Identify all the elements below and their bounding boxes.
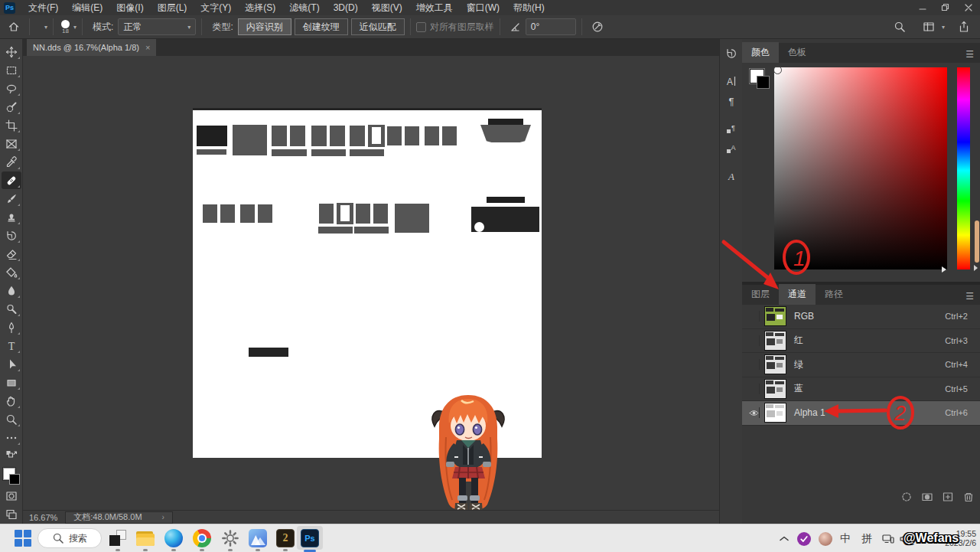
saturation-brightness-field[interactable] — [774, 67, 947, 269]
quick-selection-tool[interactable] — [2, 98, 21, 116]
frame-tool[interactable] — [2, 135, 21, 152]
menu-item[interactable]: 帮助(H) — [506, 0, 552, 15]
hand-tool[interactable] — [2, 392, 21, 410]
close-icon[interactable] — [957, 0, 980, 15]
save-selection-as-channel-icon[interactable] — [920, 490, 934, 504]
background-color-swatch[interactable] — [757, 76, 770, 89]
visibility-toggle[interactable] — [748, 311, 760, 322]
eyedropper-tool[interactable] — [2, 153, 21, 171]
delete-channel-icon[interactable] — [962, 490, 975, 504]
share-icon[interactable] — [958, 21, 970, 33]
menu-item[interactable]: 视图(V) — [365, 0, 409, 15]
tab-swatches[interactable]: 色板 — [779, 42, 816, 63]
menu-item[interactable]: 选择(S) — [238, 0, 282, 15]
sharex-app[interactable] — [107, 528, 129, 549]
channel-row-Alpha 1[interactable]: Alpha 1Ctrl+6 — [742, 401, 980, 426]
workspace-icon[interactable] — [923, 21, 935, 33]
history-brush-tool[interactable] — [2, 227, 21, 244]
angle-input[interactable]: 0° — [526, 18, 576, 35]
eraser-tool[interactable] — [2, 245, 21, 263]
rectangular-marquee-tool[interactable] — [2, 61, 21, 79]
hue-strip[interactable] — [957, 67, 970, 269]
document-tab[interactable]: NN.dds @ 16.7%(Alpha 1/8) × — [27, 38, 156, 56]
tab-color[interactable]: 颜色 — [742, 42, 779, 63]
history-panel-icon[interactable] — [721, 44, 741, 63]
chevron-down-icon[interactable]: ▾ — [942, 24, 945, 31]
edit-toolbar[interactable] — [2, 429, 21, 446]
channel-row-红[interactable]: 红Ctrl+3 — [742, 329, 980, 354]
v-app-icon[interactable] — [796, 531, 812, 547]
paragraph-styles-panel-icon[interactable]: A — [721, 139, 741, 158]
menu-item[interactable]: 窗口(W) — [460, 0, 506, 15]
menu-item[interactable]: 图层(L) — [151, 0, 194, 15]
background-color-swatch[interactable] — [9, 474, 20, 485]
channel-row-蓝[interactable]: 蓝Ctrl+5 — [742, 377, 980, 402]
screen-mode-button[interactable] — [2, 505, 21, 523]
menu-item[interactable]: 文字(Y) — [194, 0, 238, 15]
panel-menu-icon[interactable]: ☰ — [965, 49, 974, 60]
zoom-level-field[interactable]: 16.67% — [23, 513, 65, 522]
hue-slider-arrow[interactable] — [942, 266, 946, 273]
start-button[interactable] — [12, 528, 34, 549]
pen-tool[interactable] — [2, 318, 21, 336]
file-explorer[interactable] — [135, 528, 156, 549]
crop-tool[interactable] — [2, 116, 21, 134]
paint-bucket-tool[interactable] — [2, 263, 21, 281]
scrollbar-thumb[interactable] — [975, 220, 979, 263]
eye-icon[interactable] — [748, 407, 760, 418]
type-option-创建纹理[interactable]: 创建纹理 — [295, 18, 348, 35]
menu-item[interactable]: 图像(I) — [109, 0, 150, 15]
settings-app[interactable] — [220, 528, 241, 549]
quick-mask-button[interactable] — [2, 488, 21, 505]
tab-channels[interactable]: 通道 — [779, 284, 816, 305]
type-option-近似匹配[interactable]: 近似匹配 — [351, 18, 405, 35]
visibility-toggle[interactable] — [748, 384, 760, 394]
game-app[interactable]: 2 — [275, 528, 296, 549]
tray-expand-icon[interactable] — [776, 531, 793, 547]
blur-tool[interactable] — [2, 282, 21, 299]
search-icon[interactable] — [894, 21, 906, 33]
chrome-browser[interactable] — [191, 528, 213, 549]
load-selection-icon[interactable] — [900, 490, 913, 504]
status-chevron-icon[interactable]: › — [162, 513, 164, 521]
character-styles-panel-icon[interactable]: ¶ — [721, 119, 741, 138]
paragraph-panel-icon[interactable]: ¶ — [721, 92, 741, 110]
ime-pinyin[interactable]: 拼 — [858, 531, 875, 547]
brush-size-picker[interactable]: 18 — [61, 20, 70, 34]
restore-icon[interactable] — [934, 0, 957, 15]
photos-app[interactable] — [247, 528, 269, 549]
minimize-icon[interactable] — [911, 0, 934, 15]
chevron-down-icon[interactable]: ▾ — [73, 24, 77, 31]
type-tool[interactable]: T — [2, 337, 21, 354]
type-option-内容识别[interactable]: 内容识别 — [238, 18, 291, 35]
sample-all-layers-checkbox[interactable] — [416, 22, 426, 32]
tab-layers[interactable]: 图层 — [742, 284, 779, 305]
ime-chinese[interactable]: 中 — [837, 531, 854, 547]
visibility-toggle[interactable] — [748, 359, 760, 370]
shape-tool[interactable] — [2, 374, 21, 391]
zoom-tool[interactable] — [2, 410, 21, 428]
menu-item[interactable]: 编辑(E) — [65, 0, 109, 15]
path-selection-tool[interactable] — [2, 355, 21, 373]
menu-item[interactable]: 滤镜(T) — [282, 0, 326, 15]
swap-colors-icon[interactable] — [2, 447, 21, 465]
channel-row-绿[interactable]: 绿Ctrl+4 — [742, 353, 980, 377]
menu-item[interactable]: 3D(D) — [327, 0, 365, 15]
dodge-tool[interactable] — [2, 300, 21, 318]
channel-row-RGB[interactable]: RGBCtrl+2 — [742, 305, 980, 329]
new-channel-icon[interactable] — [941, 490, 955, 504]
edge-browser[interactable] — [163, 528, 184, 549]
visibility-toggle[interactable] — [748, 335, 760, 346]
character-panel-icon[interactable]: A — [721, 72, 741, 90]
search-box[interactable]: 搜索 — [37, 528, 102, 548]
glyphs-panel-icon[interactable]: A — [721, 167, 741, 185]
clone-stamp-tool[interactable] — [2, 208, 21, 226]
cast-icon[interactable] — [880, 531, 897, 547]
menu-item[interactable]: 文件(F) — [21, 0, 65, 15]
tab-paths[interactable]: 路径 — [816, 284, 852, 305]
panel-foreground-background-swatches[interactable] — [750, 69, 770, 89]
spot-healing-brush-tool[interactable] — [2, 171, 21, 189]
menu-item[interactable]: 增效工具 — [409, 0, 460, 15]
avatar-icon[interactable] — [817, 531, 834, 547]
move-tool[interactable] — [2, 43, 21, 60]
